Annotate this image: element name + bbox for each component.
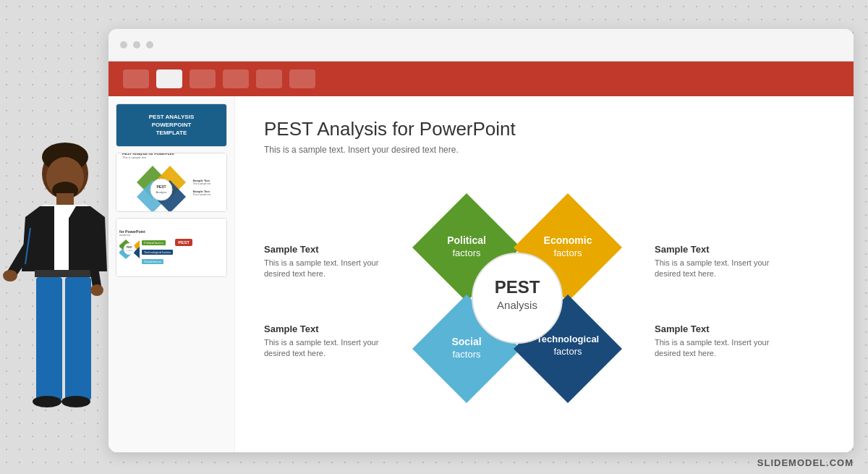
left-text-column: Sample Text This is a sample text. Inser… bbox=[264, 244, 394, 360]
sample-block-bl-text: This is a sample text. Insert your desir… bbox=[264, 337, 387, 360]
svg-text:Technological: Technological bbox=[537, 334, 599, 344]
svg-point-18 bbox=[150, 179, 172, 200]
toolbar-tab-3[interactable] bbox=[190, 69, 216, 88]
sample-block-br-text: This is a sample text. Insert your desir… bbox=[655, 337, 785, 360]
mini-bar-social: Social factors bbox=[142, 259, 173, 264]
svg-rect-4 bbox=[56, 193, 74, 206]
sample-block-tl-text: This is a sample text. Insert your desir… bbox=[264, 258, 387, 280]
browser-dot-2 bbox=[133, 41, 140, 48]
svg-point-11 bbox=[33, 396, 61, 407]
toolbar-tab-2[interactable] bbox=[156, 69, 182, 88]
content-area: PEST ANALYSISPOWERPOINTTEMPLATE PEST Ana… bbox=[109, 96, 854, 452]
slide-thumb-1[interactable]: PEST ANALYSISPOWERPOINTTEMPLATE bbox=[116, 103, 227, 147]
svg-text:Political: Political bbox=[447, 234, 486, 246]
slide-title: PEST Analysis for PowerPoint bbox=[264, 118, 825, 140]
toolbar-tab-4[interactable] bbox=[223, 69, 249, 88]
svg-text:factors: factors bbox=[452, 349, 481, 360]
svg-text:Economic: Economic bbox=[544, 234, 592, 246]
toolbar-tab-1[interactable] bbox=[123, 69, 149, 88]
sample-block-tl-heading: Sample Text bbox=[264, 244, 387, 255]
slide-panel: PEST ANALYSISPOWERPOINTTEMPLATE PEST Ana… bbox=[109, 96, 235, 452]
browser-dot-3 bbox=[146, 41, 153, 48]
svg-text:Analysis: Analysis bbox=[497, 299, 537, 311]
svg-text:PEST: PEST bbox=[156, 185, 166, 189]
mini-bar-political: Political factors bbox=[142, 240, 173, 245]
slide-thumb-3-content: for PowerPoint sample text PES bbox=[116, 219, 226, 276]
toolbar-tab-6[interactable] bbox=[289, 69, 315, 88]
slide-thumb-2-content: PEST Analysis for PowerPoint This is sam… bbox=[116, 153, 226, 211]
sample-block-bottom-left: Sample Text This is a sample text. Inser… bbox=[264, 323, 387, 360]
svg-text:factors: factors bbox=[553, 346, 582, 357]
main-slide-content: PEST Analysis for PowerPoint This is a s… bbox=[235, 96, 854, 452]
svg-text:Analysis: Analysis bbox=[156, 190, 166, 194]
sample-block-top-right: Sample Text This is a sample text. Inser… bbox=[655, 244, 785, 280]
slide-thumb-3[interactable]: for PowerPoint sample text PES bbox=[116, 218, 227, 277]
mini-bar-technological: Technological factors bbox=[142, 250, 173, 255]
sample-block-br-heading: Sample Text bbox=[655, 323, 785, 334]
sample-block-tr-text: This is a sample text. Insert your desir… bbox=[655, 258, 785, 280]
svg-text:Analysis: Analysis bbox=[126, 250, 133, 252]
svg-text:PEST: PEST bbox=[127, 246, 132, 249]
slide-thumb-2[interactable]: PEST Analysis for PowerPoint This is sam… bbox=[116, 153, 227, 212]
svg-rect-6 bbox=[35, 270, 95, 277]
sample-block-bl-heading: Sample Text bbox=[264, 323, 387, 334]
sample-block-top-left: Sample Text This is a sample text. Inser… bbox=[264, 244, 387, 280]
svg-point-10 bbox=[90, 284, 103, 296]
person-figure bbox=[0, 112, 127, 474]
toolbar-tab-5[interactable] bbox=[256, 69, 282, 88]
browser-window: PEST ANALYSISPOWERPOINTTEMPLATE PEST Ana… bbox=[109, 29, 854, 452]
slide-thumb-1-header: PEST ANALYSISPOWERPOINTTEMPLATE bbox=[116, 104, 226, 146]
slide-thumb-1-title: PEST ANALYSISPOWERPOINTTEMPLATE bbox=[122, 113, 221, 137]
svg-text:Social: Social bbox=[451, 336, 481, 347]
slide-subtitle: This is a sample text. Insert your desir… bbox=[264, 145, 825, 155]
svg-point-12 bbox=[61, 396, 90, 407]
svg-rect-7 bbox=[36, 277, 62, 400]
svg-point-9 bbox=[3, 270, 17, 282]
right-text-column: Sample Text This is a sample text. Inser… bbox=[640, 244, 785, 360]
sample-block-tr-heading: Sample Text bbox=[655, 244, 785, 255]
browser-chrome bbox=[109, 29, 854, 62]
slide-body: Sample Text This is a sample text. Inser… bbox=[264, 172, 825, 431]
toolbar bbox=[109, 62, 854, 96]
watermark: SLIDEMODEL.COM bbox=[757, 457, 854, 468]
svg-text:factors: factors bbox=[553, 247, 582, 258]
svg-point-40 bbox=[472, 253, 562, 343]
svg-text:PEST: PEST bbox=[495, 277, 540, 297]
svg-rect-8 bbox=[65, 277, 91, 400]
pest-diagram: Political factors Economic factors Socia… bbox=[394, 186, 640, 418]
svg-text:factors: factors bbox=[452, 247, 481, 258]
sample-block-bottom-right: Sample Text This is a sample text. Inser… bbox=[655, 323, 785, 360]
browser-dot-1 bbox=[120, 41, 127, 48]
